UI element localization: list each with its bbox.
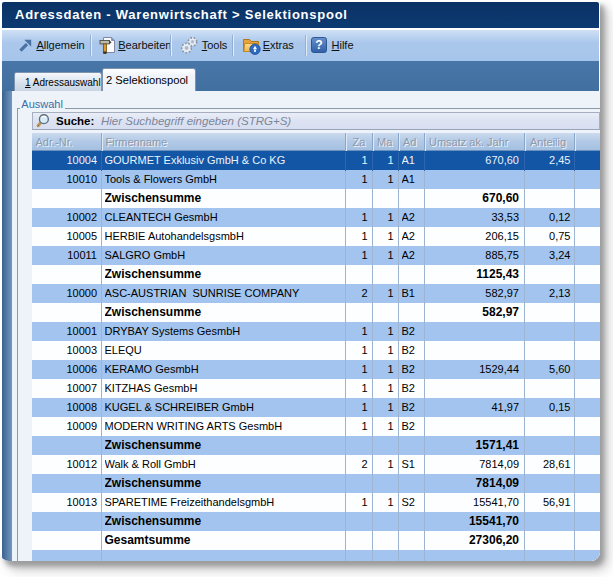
svg-text:?: ? bbox=[315, 38, 322, 52]
